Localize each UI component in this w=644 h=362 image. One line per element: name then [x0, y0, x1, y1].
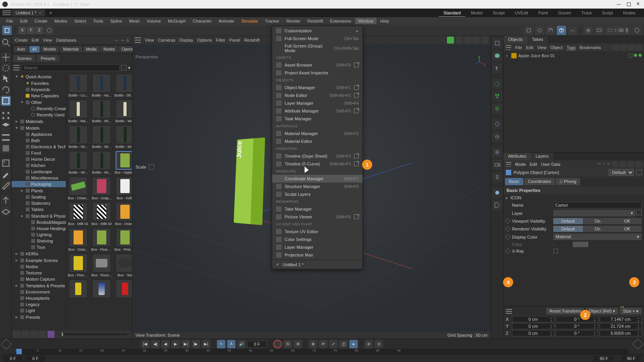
tree-node[interactable]: ★Favorites: [12, 80, 66, 86]
menu-take-manager[interactable]: Take Manager: [272, 205, 362, 213]
asset-item[interactable]: Box - Tea: [114, 254, 132, 277]
xray-checkbox[interactable]: [553, 249, 558, 253]
tree-node[interactable]: Miscellaneous: [12, 175, 66, 181]
asset-tab-presets[interactable]: Presets: [37, 55, 59, 62]
frame-start2-field[interactable]: 0 F: [26, 356, 45, 361]
tree-node[interactable]: New Capsules: [12, 93, 66, 99]
asset-item[interactable]: Bottle - Sha...: [114, 74, 132, 97]
keyframe-icon[interactable]: [505, 218, 510, 224]
attr-lock2-icon[interactable]: [628, 161, 634, 167]
asset-tree[interactable]: ▾★Quick Access★FavoritesKeywordsNew Caps…: [12, 72, 66, 330]
asset-item[interactable]: [68, 279, 89, 299]
keyframe-marker2-icon[interactable]: [632, 338, 643, 349]
menu-icon[interactable]: [2, 10, 11, 16]
tree-node[interactable]: Appliances: [12, 131, 66, 137]
asset-item[interactable]: Box - Pinea...: [114, 228, 132, 251]
tree-node[interactable]: Lighting: [12, 232, 66, 238]
obj-hamburger-icon[interactable]: [506, 45, 511, 50]
tree-node[interactable]: ▾Other: [12, 99, 66, 105]
menu-project-asset-inspector[interactable]: Project Asset Inspector: [272, 69, 362, 77]
render-region-icon[interactable]: [605, 26, 615, 35]
sphere-icon[interactable]: [535, 26, 544, 35]
tree-node[interactable]: Environment: [12, 289, 66, 295]
viewport-opt3-icon[interactable]: [481, 37, 488, 44]
asset-item[interactable]: Box - Oran...: [114, 202, 132, 226]
redshift-icon[interactable]: [632, 26, 642, 35]
menu-object-manager[interactable]: Object ManagerShift+F1: [272, 84, 362, 91]
menu-mograph[interactable]: MoGraph: [165, 18, 189, 24]
text-icon[interactable]: T: [492, 63, 502, 73]
tree-node[interactable]: Bath: [12, 137, 66, 144]
menu-customization[interactable]: Customization▸: [272, 27, 362, 35]
obj-menu-file[interactable]: File: [515, 45, 522, 50]
menu-edit[interactable]: Edit: [17, 18, 31, 24]
asset-item[interactable]: Box - Pear J...: [91, 228, 112, 251]
viewport-vis-segment[interactable]: Default On Off: [553, 218, 642, 224]
arrow-tool-icon[interactable]: [1, 74, 11, 84]
coord-mode-dropdown[interactable]: Object (Rel) ▾: [586, 308, 618, 315]
reset-transform-button[interactable]: Reset Transform: [546, 308, 584, 315]
obj-menu-view[interactable]: View: [537, 45, 547, 50]
menu-redshift[interactable]: Redshift: [304, 18, 326, 24]
attr-menu-mode[interactable]: Mode: [515, 162, 526, 167]
cube-icon[interactable]: [524, 26, 533, 35]
menu-create[interactable]: Create: [32, 18, 51, 24]
asset-item[interactable]: Box - Kefir: [114, 177, 132, 200]
asset-menu-databases[interactable]: Databases: [56, 38, 77, 42]
menu-window[interactable]: Window: [355, 18, 377, 24]
new-tab-button[interactable]: +: [46, 10, 55, 16]
keyframe-marker-icon[interactable]: [1, 338, 12, 349]
obj-menu-edit[interactable]: Edit: [526, 45, 533, 50]
filter-auto[interactable]: Auto: [14, 46, 28, 53]
viewport-render-icon[interactable]: [447, 37, 454, 44]
menu-asset-browser[interactable]: Asset BrowserShift+F8: [272, 61, 362, 69]
obj-menu-bookmarks[interactable]: Bookmarks: [579, 45, 601, 50]
menu-select[interactable]: Select: [71, 18, 90, 24]
axis-x[interactable]: X: [18, 26, 26, 34]
asset-item[interactable]: Box - Apple...: [114, 151, 132, 174]
asset-item[interactable]: Bottle - Wi...: [91, 100, 112, 123]
obj-pop-icon[interactable]: [635, 44, 642, 51]
layer-pick-icon[interactable]: [636, 210, 642, 215]
keyframe-icon[interactable]: [505, 226, 510, 232]
layout-tab-sculpt[interactable]: Sculpt: [488, 9, 509, 17]
asset-item[interactable]: Bottle - Wi...: [68, 125, 89, 149]
tree-node[interactable]: Shelving: [12, 238, 66, 244]
asset-item[interactable]: Bottle - Wi...: [114, 100, 132, 123]
attr-lock-icon[interactable]: [612, 161, 618, 167]
window-minimize-button[interactable]: [616, 2, 621, 7]
menu-modes[interactable]: Modes: [51, 18, 70, 24]
name-input[interactable]: [553, 202, 642, 208]
menu-layer-manager[interactable]: Layer ManagerShift+F4: [272, 99, 362, 107]
tree-node[interactable]: ▸Materials: [12, 118, 66, 125]
layout-tab-groom[interactable]: Groom: [553, 9, 576, 17]
menu-task-manager[interactable]: Task Manager: [272, 115, 362, 123]
asset-grid[interactable]: Bottle - Co...Bottle - Ha...Bottle - Sha…: [66, 72, 132, 330]
coord-hamburger-icon[interactable]: [506, 309, 512, 314]
viewport-menu-display[interactable]: Display: [179, 38, 193, 42]
icon-section-header[interactable]: ICON: [503, 194, 644, 201]
viewport-menu-options[interactable]: Options: [197, 38, 212, 42]
menu-fullscreen[interactable]: Full-Screen ModeCtrl+Tab: [272, 35, 362, 42]
asset-item[interactable]: Bottle - Wa...: [68, 100, 89, 123]
wireframe-cube-icon[interactable]: [492, 38, 502, 48]
filter-models[interactable]: Models: [40, 46, 59, 53]
render-view-icon[interactable]: [595, 26, 604, 35]
tree-node[interactable]: ▸Standard & Physica: [12, 213, 66, 219]
asset-item[interactable]: Bottle - Co...: [68, 74, 89, 97]
rotate-tool-icon[interactable]: [1, 85, 11, 95]
attr-hamburger-icon[interactable]: [506, 162, 511, 167]
layer-dropdown[interactable]: [553, 210, 635, 216]
size-field[interactable]: 6.8059 cm▴▾: [600, 330, 642, 336]
primitive-cube-icon[interactable]: [557, 26, 566, 35]
layout-tab-model[interactable]: Model: [466, 9, 487, 17]
timeline-ruler[interactable]: 051015202530354045505560657075808590: [16, 349, 628, 354]
object-name[interactable]: Apple Juice Box 01: [518, 53, 555, 58]
menu-spline[interactable]: Spline: [107, 18, 125, 24]
tree-node[interactable]: ▸Templates & Presets: [12, 282, 66, 289]
color-arrow-icon[interactable]: ›: [553, 242, 555, 247]
filter-media[interactable]: Media: [83, 46, 100, 53]
asset-item[interactable]: Bottle - Wi...: [114, 125, 132, 149]
attr-menu-userdata[interactable]: User Data: [541, 162, 561, 167]
target-icon[interactable]: [492, 147, 502, 157]
